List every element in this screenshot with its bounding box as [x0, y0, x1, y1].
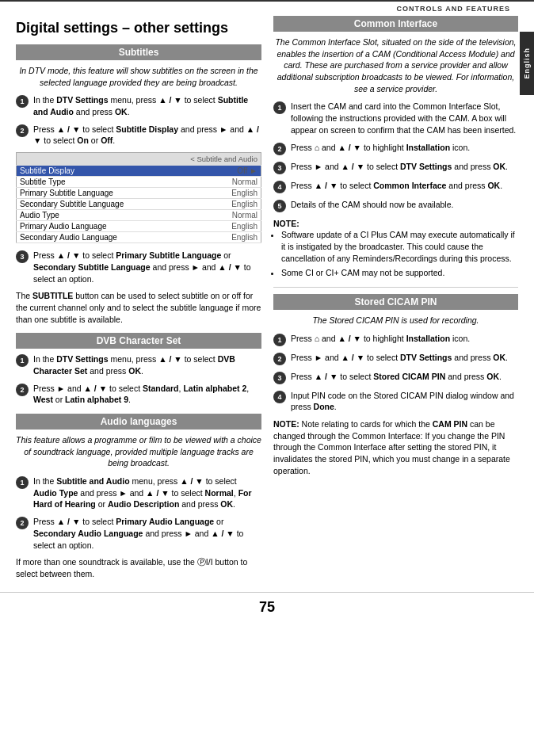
- audio-step-num-2: 2: [16, 517, 29, 529]
- table-row: Secondary Audio Language English: [17, 232, 261, 243]
- table-cell-label: Secondary Audio Language: [17, 232, 205, 243]
- step-num-2: 2: [16, 124, 29, 137]
- ci-step-2: 2 Press ⌂ and ▲ / ▼ to highlight Install…: [273, 142, 518, 155]
- dvb-step-content-1: In the DTV Settings menu, press ▲ / ▼ to…: [33, 353, 261, 376]
- cicam-step-2: 2 Press ► and ▲ / ▼ to select DTV Settin…: [273, 352, 518, 365]
- cicam-step-content-4: Input PIN code on the Stored CICAM PIN d…: [291, 390, 518, 413]
- ci-note-section: NOTE: Software update of a CI Plus CAM m…: [273, 218, 518, 279]
- subtitles-step-2: 2 Press ▲ / ▼ to select Subtitle Display…: [16, 124, 261, 147]
- side-tab-label: English: [523, 48, 531, 79]
- dvb-step-num-1: 1: [16, 354, 29, 367]
- table-cell-label: Secondary Subtitle Language: [17, 199, 205, 210]
- table-cell-value: English: [205, 221, 261, 232]
- table-cell-value: Normal: [205, 210, 261, 221]
- table-title-row: < Subtitle and Audio: [17, 153, 261, 166]
- cicam-big-note: NOTE: Note relating to cards for which t…: [273, 418, 518, 476]
- stored-cicam-section: Stored CICAM PIN The Stored CICAM PIN is…: [273, 294, 518, 477]
- audio-section: Audio languages This feature allows a pr…: [16, 414, 261, 580]
- step-num-3: 3: [16, 250, 29, 263]
- dvb-section: DVB Character Set 1 In the DTV Settings …: [16, 333, 261, 406]
- ci-step-num-5: 5: [273, 200, 286, 212]
- cicam-step-num-1: 1: [273, 334, 286, 346]
- audio-step-num-1: 1: [16, 476, 29, 489]
- common-interface-section: Common Interface The Common Interface Sl…: [273, 16, 518, 279]
- audio-intro: This feature allows a programme or film …: [16, 434, 261, 469]
- table-cell-label: Audio Type: [17, 210, 205, 221]
- table-cell-value: Off ►: [205, 166, 261, 177]
- dvb-step-num-2: 2: [16, 384, 29, 396]
- table-row: Subtitle Display Off ►: [17, 166, 261, 177]
- cicam-step-4: 4 Input PIN code on the Stored CICAM PIN…: [273, 390, 518, 413]
- ci-step-content-3: Press ► and ▲ / ▼ to select DTV Settings…: [291, 161, 518, 173]
- audio-step-content-2: Press ▲ / ▼ to select Primary Audio Lang…: [33, 516, 261, 551]
- subtitle-button-note: The SUBTITLE button can be used to selec…: [16, 290, 261, 325]
- page-number: 75: [0, 592, 534, 620]
- subtitles-step-3: 3 Press ▲ / ▼ to select Primary Subtitle…: [16, 250, 261, 284]
- cicam-step-3: 3 Press ▲ / ▼ to select Stored CICAM PIN…: [273, 371, 518, 384]
- ci-step-content-2: Press ⌂ and ▲ / ▼ to highlight Installat…: [291, 142, 518, 154]
- table-cell-value: English: [205, 188, 261, 199]
- ci-step-3: 3 Press ► and ▲ / ▼ to select DTV Settin…: [273, 161, 518, 174]
- table-cell-value: English: [205, 232, 261, 243]
- subtitles-intro: In DTV mode, this feature will show subt…: [16, 65, 261, 88]
- table-cell-label: Primary Subtitle Language: [17, 188, 205, 199]
- side-tab: English: [520, 32, 534, 95]
- ci-step-num-3: 3: [273, 162, 286, 174]
- table-cell-label: Primary Audio Language: [17, 221, 205, 232]
- step-content-3: Press ▲ / ▼ to select Primary Subtitle L…: [33, 250, 261, 284]
- ci-step-content-1: Insert the CAM and card into the Common …: [291, 101, 518, 136]
- subtitles-section: Subtitles In DTV mode, this feature will…: [16, 44, 261, 325]
- section-divider: [273, 287, 518, 288]
- ci-note-label: NOTE:: [273, 219, 299, 228]
- cicam-step-content-2: Press ► and ▲ / ▼ to select DTV Settings…: [291, 352, 518, 364]
- dvb-header: DVB Character Set: [16, 333, 261, 349]
- ci-step-5: 5 Details of the CAM should now be avail…: [273, 199, 518, 212]
- table-row: Subtitle Type Normal: [17, 177, 261, 188]
- cicam-step-num-2: 2: [273, 353, 286, 365]
- main-layout: Digital settings – other settings Subtit…: [0, 16, 534, 588]
- table-cell-label: Subtitle Display: [17, 166, 205, 177]
- stored-cicam-header: Stored CICAM PIN: [273, 294, 518, 310]
- table-row: Secondary Subtitle Language English: [17, 199, 261, 210]
- step-content-1: In the DTV Settings menu, press ▲ / ▼ to…: [33, 94, 261, 117]
- ci-note-item: Some CI or CI+ CAM may not be supported.: [281, 267, 518, 279]
- subtitle-table: < Subtitle and Audio Subtitle Display Of…: [16, 152, 261, 243]
- page-title: Digital settings – other settings: [16, 16, 261, 36]
- ci-step-4: 4 Press ▲ / ▼ to select Common Interface…: [273, 180, 518, 193]
- stored-cicam-intro: The Stored CICAM PIN is used for recordi…: [273, 315, 518, 326]
- header-title: CONTROLS AND FEATURES: [397, 5, 511, 13]
- ci-step-num-2: 2: [273, 143, 286, 155]
- cicam-step-content-3: Press ▲ / ▼ to select Stored CICAM PIN a…: [291, 371, 518, 383]
- ci-step-content-4: Press ▲ / ▼ to select Common Interface a…: [291, 180, 518, 192]
- dvb-step-2: 2 Press ► and ▲ / ▼ to select Standard, …: [16, 383, 261, 406]
- common-interface-header: Common Interface: [273, 16, 518, 32]
- cicam-step-1: 1 Press ⌂ and ▲ / ▼ to highlight Install…: [273, 333, 518, 346]
- ci-step-num-4: 4: [273, 181, 286, 193]
- cicam-step-num-4: 4: [273, 391, 286, 403]
- audio-step-1: 1 In the Subtitle and Audio menu, press …: [16, 475, 261, 510]
- right-column: Common Interface The Common Interface Sl…: [273, 16, 518, 588]
- ci-note-list: Software update of a CI Plus CAM may exe…: [273, 229, 518, 279]
- table-title: < Subtitle and Audio: [17, 153, 261, 166]
- subtitles-step-1: 1 In the DTV Settings menu, press ▲ / ▼ …: [16, 94, 261, 117]
- table-cell-label: Subtitle Type: [17, 177, 205, 188]
- table-row: Primary Audio Language English: [17, 221, 261, 232]
- page-header: CONTROLS AND FEATURES: [0, 0, 534, 16]
- subtitles-header: Subtitles: [16, 44, 261, 60]
- audio-header: Audio languages: [16, 414, 261, 430]
- table-row: Audio Type Normal: [17, 210, 261, 221]
- ci-step-content-5: Details of the CAM should now be availab…: [291, 199, 518, 211]
- ci-step-num-1: 1: [273, 101, 286, 114]
- dvb-step-content-2: Press ► and ▲ / ▼ to select Standard, La…: [33, 383, 261, 406]
- step-content-2: Press ▲ / ▼ to select Subtitle Display a…: [33, 124, 261, 147]
- audio-step-content-1: In the Subtitle and Audio menu, press ▲ …: [33, 475, 261, 510]
- table-cell-value: English: [205, 199, 261, 210]
- dvb-step-1: 1 In the DTV Settings menu, press ▲ / ▼ …: [16, 353, 261, 376]
- cicam-step-content-1: Press ⌂ and ▲ / ▼ to highlight Installat…: [291, 333, 518, 345]
- ci-note-item: Software update of a CI Plus CAM may exe…: [281, 229, 518, 264]
- table-row: Primary Subtitle Language English: [17, 188, 261, 199]
- audio-step-2: 2 Press ▲ / ▼ to select Primary Audio La…: [16, 516, 261, 551]
- common-interface-intro: The Common Interface Slot, situated on t…: [273, 36, 518, 94]
- ci-step-1: 1 Insert the CAM and card into the Commo…: [273, 101, 518, 136]
- cicam-step-num-3: 3: [273, 372, 286, 384]
